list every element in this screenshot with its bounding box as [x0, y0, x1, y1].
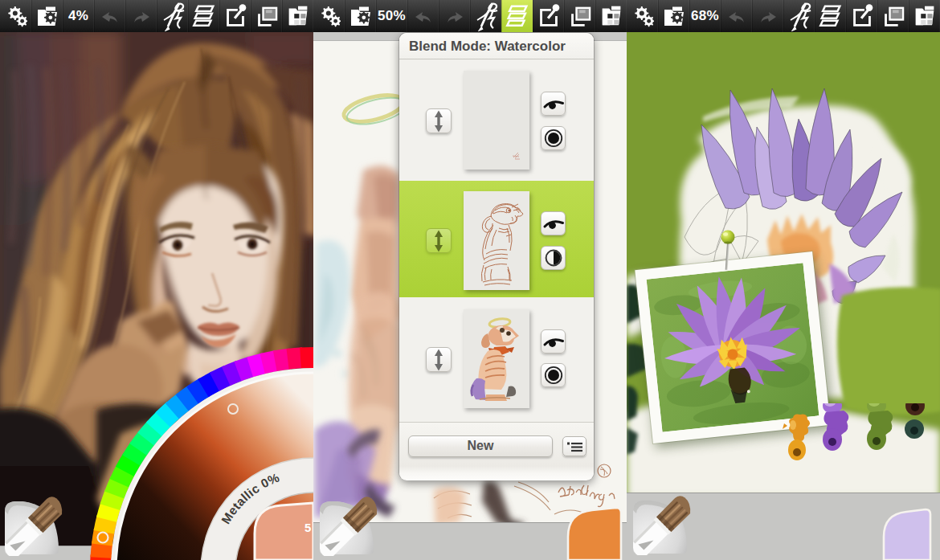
svg-text:5: 5	[304, 521, 311, 534]
